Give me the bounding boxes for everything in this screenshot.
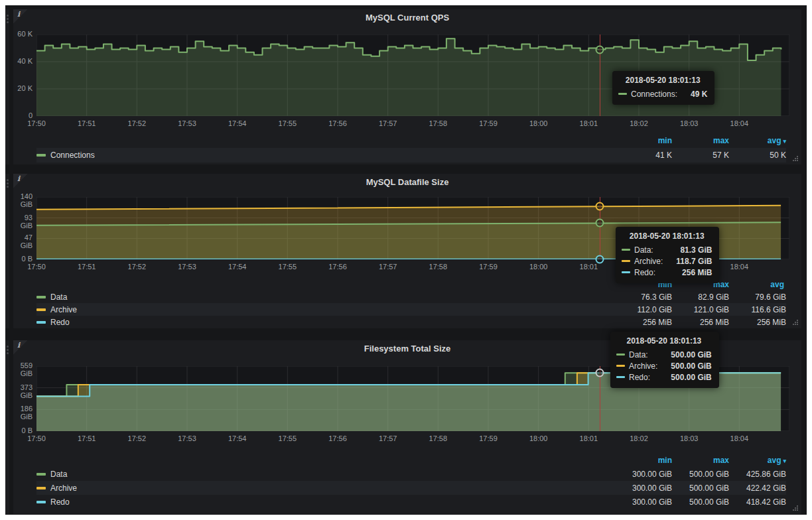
x-axis-tick: 17:50: [27, 434, 46, 442]
y-axis-tick: 20 K: [13, 84, 33, 92]
tooltip-row: Redo:500.00 GiB: [616, 371, 712, 383]
stat-avg: 418.42 GiB: [729, 497, 786, 507]
grafana-dashboard: i MySQL Current QPS 60 K40 K20 K017:5017…: [5, 5, 807, 515]
tooltip-value: 81.3 GiB: [671, 245, 712, 255]
tooltip-row: Archive:500.00 GiB: [616, 360, 712, 371]
tooltip-value: 500.00 GiB: [661, 373, 711, 382]
x-axis-tick: 18:00: [529, 263, 548, 271]
series-color-dash: [36, 296, 46, 298]
x-axis-tick: 17:53: [178, 434, 196, 442]
stat-max: 82.9 GiB: [672, 292, 729, 302]
x-axis-tick: 17:54: [228, 434, 247, 442]
tooltip-time: 2018-05-20 18:01:13: [616, 336, 712, 346]
x-axis-tick: 17:52: [128, 434, 147, 442]
avg-label: avg: [768, 456, 781, 465]
stat-min: 300.00 GiB: [615, 497, 672, 507]
stat-avg: 422.42 GiB: [729, 484, 786, 493]
panel-title[interactable]: MySQL Current QPS: [13, 13, 801, 23]
resize-handle[interactable]: [797, 324, 798, 325]
stat-avg: 50 K: [729, 151, 786, 160]
legend-row-redo: Redo 256 MiB 256 MiB 256 MiB: [36, 316, 786, 328]
sort-caret-icon: ▾: [783, 138, 786, 145]
stat-max: 121.0 GiB: [672, 305, 729, 314]
hover-point-marker: [595, 202, 604, 211]
x-axis-tick: 18:03: [680, 434, 699, 442]
series-color-dash: [616, 354, 625, 356]
x-axis-tick: 18:02: [630, 119, 648, 127]
tooltip-filesystem: 2018-05-20 18:01:13 Data:500.00 GiB Arch…: [610, 332, 719, 388]
hover-point-marker: [595, 255, 604, 263]
legend-sort-avg[interactable]: avg▾: [729, 456, 786, 465]
tooltip-series-label: Data:: [629, 350, 648, 359]
legend-item-redo[interactable]: Redo: [36, 318, 615, 327]
legend-sort-max[interactable]: max: [672, 136, 729, 145]
x-axis-tick: 18:01: [580, 434, 598, 442]
legend-item-connections[interactable]: Connections: [36, 151, 615, 160]
tooltip-series-label: Redo:: [634, 268, 655, 277]
legend-item-label: Data: [50, 292, 67, 302]
panel-drag-handle[interactable]: [7, 346, 9, 348]
x-axis-tick: 17:56: [328, 434, 347, 442]
x-axis-tick: 18:02: [630, 434, 648, 442]
legend-item-redo[interactable]: Redo: [36, 497, 615, 507]
legend: min max avg Data 76.3 GiB 82.9 GiB 79.6 …: [36, 278, 786, 328]
resize-handle[interactable]: [797, 509, 798, 511]
series-color-dash: [36, 308, 46, 311]
legend-item-label: Data: [50, 470, 67, 479]
x-axis-tick: 17:53: [178, 119, 196, 127]
resize-handle[interactable]: [797, 160, 798, 161]
x-axis-tick: 17:50: [27, 119, 46, 127]
x-axis-tick: 18:00: [529, 119, 548, 127]
legend-row-archive: Archive 300.00 GiB 500.00 GiB 422.42 GiB: [36, 481, 786, 495]
legend-item-data[interactable]: Data: [36, 292, 615, 302]
legend-sort-avg[interactable]: avg▾: [729, 136, 786, 145]
legend-sort-avg[interactable]: avg: [729, 280, 786, 289]
x-axis-tick: 18:04: [730, 119, 749, 127]
legend: min max avg▾ Data 300.00 GiB 500.00 GiB …: [36, 453, 786, 509]
stat-min: 300.00 GiB: [615, 484, 672, 493]
legend-sort-min[interactable]: min: [615, 456, 672, 465]
x-axis-tick: 18:04: [730, 263, 749, 271]
x-axis-tick: 17:50: [27, 263, 46, 271]
tooltip-time: 2018-05-20 18:01:13: [618, 76, 707, 85]
y-axis-tick: 60 K: [13, 30, 33, 38]
legend-item-archive[interactable]: Archive: [36, 305, 615, 314]
y-axis-tick: 373 GiB: [13, 383, 33, 399]
x-axis-tick: 17:55: [279, 263, 297, 271]
stat-avg: 256 MiB: [729, 318, 786, 327]
panel-drag-handle[interactable]: [7, 179, 9, 181]
x-axis-tick: 17:59: [479, 119, 498, 127]
panel-title[interactable]: MySQL Datafile Size: [13, 177, 801, 187]
tooltip-qps: 2018-05-20 18:01:13 Connections:49 K: [612, 71, 714, 105]
sort-caret-icon: ▾: [783, 458, 786, 464]
x-axis-tick: 18:00: [529, 434, 548, 442]
legend-row-redo: Redo 300.00 GiB 500.00 GiB 418.42 GiB: [36, 495, 786, 509]
stat-avg: 79.6 GiB: [729, 292, 786, 302]
x-axis-tick: 18:03: [680, 119, 699, 127]
x-axis-tick: 17:53: [178, 263, 196, 271]
legend-item-archive[interactable]: Archive: [36, 484, 615, 493]
panel-drag-handle[interactable]: [7, 15, 9, 17]
x-axis-tick: 18:01: [580, 263, 598, 271]
legend-sort-max[interactable]: max: [672, 456, 729, 465]
avg-label: avg: [768, 136, 781, 145]
legend-item-label: Redo: [50, 318, 70, 327]
tooltip-value: 49 K: [681, 90, 707, 99]
x-axis-tick: 17:52: [128, 263, 147, 271]
tooltip-row: Data:81.3 GiB: [622, 244, 712, 255]
x-axis-tick: 17:55: [279, 434, 297, 442]
x-axis-tick: 17:56: [328, 263, 347, 271]
y-axis-tick: 40 K: [13, 57, 33, 65]
legend-header-row: min max avg▾: [36, 133, 786, 148]
legend-sort-min[interactable]: min: [615, 136, 672, 145]
series-color-dash: [622, 260, 630, 262]
hover-point-marker: [595, 45, 604, 54]
x-axis-tick: 17:54: [228, 263, 247, 271]
legend-item-label: Archive: [50, 484, 77, 493]
legend-item-data[interactable]: Data: [36, 470, 615, 479]
series-color-dash: [36, 154, 46, 157]
series-color-dash: [616, 376, 625, 378]
x-axis-tick: 17:58: [429, 434, 448, 442]
stat-min: 256 MiB: [615, 318, 672, 327]
stat-max: 500.00 GiB: [672, 470, 729, 479]
